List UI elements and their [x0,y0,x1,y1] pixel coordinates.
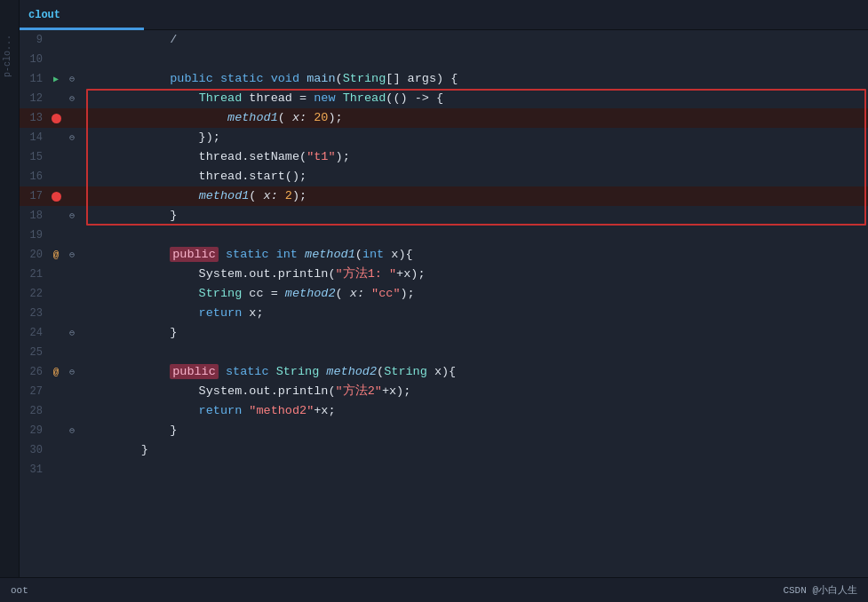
line-number: 29 [20,424,48,437]
code-line: 18 ⊖ } [20,206,868,226]
line-number: 17 [20,190,48,202]
status-bar: oot CSDN @小白人生 [0,577,868,602]
line-number: 18 [20,210,48,222]
line-number: 16 [20,170,48,183]
line-number: 21 [20,268,48,281]
line-fold-icon[interactable]: ⊖ [64,93,80,104]
breakpoint-icon[interactable] [48,192,64,202]
line-number: 12 [20,92,48,105]
line-number: 19 [20,229,48,242]
line-number: 15 [20,151,48,163]
line-fold-icon[interactable]: ⊖ [64,74,80,84]
line-number: 11 [20,73,48,85]
line-fold-icon[interactable]: ⊖ [64,210,80,221]
line-number: 24 [20,327,48,339]
left-sidebar: p-clo... [0,30,20,577]
code-line: 24 ⊖ } [20,323,868,343]
line-number: 14 [20,131,48,144]
line-fold-icon[interactable]: ⊖ [64,367,80,377]
line-number: 30 [20,444,48,456]
line-number: 31 [20,463,48,476]
line-number: 10 [20,53,48,66]
line-number: 27 [20,385,48,398]
code-line: 30 } [20,440,868,460]
bottom-sidebar-label: oot [11,585,28,596]
code-editor[interactable]: 9 / 10 11 ▶ ⊖ public static void main(St… [20,30,868,577]
line-number: 23 [20,307,48,320]
line-number: 13 [20,112,48,124]
code-line: 9 / [20,30,868,50]
brand-label: CSDN @小白人生 [783,583,857,597]
app-logo: clout [28,9,60,21]
line-number: 22 [20,288,48,300]
line-code-content: } [80,421,868,479]
line-number: 9 [20,34,48,46]
breakpoint-icon[interactable] [48,114,64,123]
annotation-icon: @ [48,367,64,377]
line-number: 26 [20,366,48,378]
line-run-icon[interactable]: ▶ [48,74,64,84]
sidebar-project-label: p-clo... [0,30,19,82]
line-fold-icon[interactable]: ⊖ [64,328,80,338]
line-fold-icon[interactable]: ⊖ [64,250,80,260]
annotation-icon: @ [48,250,64,260]
line-fold-icon[interactable]: ⊖ [64,132,80,143]
line-number: 25 [20,346,48,359]
line-number: 20 [20,249,48,261]
line-fold-icon[interactable]: ⊖ [64,425,80,436]
line-number: 28 [20,405,48,417]
